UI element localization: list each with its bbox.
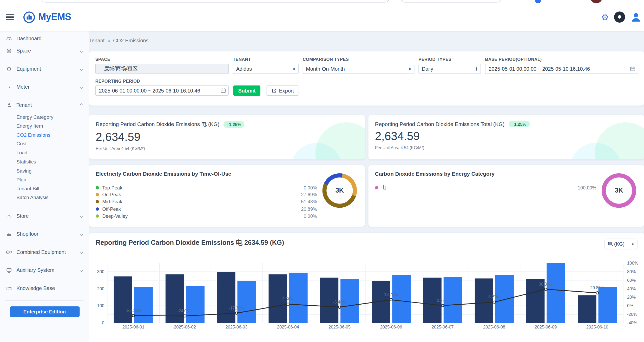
sidebar-item-label: Dashboard [16,36,42,41]
legend-item: Mid-Peak51.43% [96,198,317,205]
chevron-down-icon [80,268,83,272]
hamburger-menu-button[interactable] [6,14,14,20]
y-axis-label: 300 [97,269,104,274]
export-button[interactable]: Export [267,86,299,96]
comparison-select-value: Month-On-Month [306,66,345,72]
legend-value: 51.43% [301,199,317,204]
bar-series-0 [475,279,493,323]
legend-dot-icon [96,214,99,218]
energy-unit-select[interactable]: 电 (KG) ▲▼ [604,239,637,249]
sidebar-item-label: Auxiliary System [16,267,54,273]
sidebar-item-label: Meter [16,84,29,90]
stat-card-emissions: Reporting Period Carbon Dioxide Emission… [89,115,365,159]
sidebar: DashboardSpace⚙Equipment◔MeterTenantEner… [0,31,89,342]
sidebar-item-combined-equipment[interactable]: ⚙⚙Combined Equipment [0,246,89,258]
sidebar-item-plan[interactable]: Plan [0,176,89,185]
bar-series-0 [268,274,287,323]
select-arrows-icon: ▲▼ [632,242,634,246]
sidebar-item-shopfloor[interactable]: Shopfloor [0,228,89,240]
legend-label: Off-Peak [102,207,121,212]
sidebar-item-label: Shopfloor [16,231,38,237]
gridline-vertical [108,263,108,323]
sidebar-item-statistics[interactable]: Statistics [0,158,89,167]
space-icon [5,48,13,54]
knowledge-base-icon [5,285,13,291]
sidebar-item-tenant-bill[interactable]: Tenant Bill [0,185,89,193]
sidebar-item-energy-item[interactable]: Energy Item [0,122,89,131]
export-icon [272,88,277,93]
brand-logo-icon [23,11,35,23]
sidebar-item-batch-analysis[interactable]: Batch Analysis [0,194,89,202]
sidebar-item-store[interactable]: ⌂Store [0,210,89,222]
bell-icon [617,14,622,20]
y-axis-label: 100% [627,260,638,265]
y-axis-right: 100%80%60%40%20%0%-20%-40% [627,263,643,323]
reporting-period-input[interactable] [95,86,229,96]
breadcrumb-current: CO2 Emissions [113,38,148,43]
sidebar-item-space[interactable]: Space [0,45,89,57]
comparison-types-label: COMPARISON TYPES [303,57,415,62]
period-select-value: Daily [422,66,433,72]
user-avatar-icon[interactable] [630,11,642,23]
auxiliary-system-icon [5,267,13,273]
chart-title: Reporting Period Carbon Dioxide Emission… [96,239,284,247]
comparison-types-select[interactable]: Month-On-Month ▲▼ [303,64,415,74]
top-navbar: MyEMS ⚙ [0,3,644,31]
sidebar-divider [5,300,84,301]
x-axis-label: 2025-06-05 [314,324,365,329]
sidebar-item-knowledge-base[interactable]: Knowledge Base [0,282,89,294]
browser-blue-icon[interactable] [535,0,541,3]
trend-badge: ↑1.25% [224,121,245,128]
gridline-horizontal [108,323,623,323]
reporting-period-label: REPORTING PERIOD [95,78,229,83]
x-axis-label: 2025-06-01 [108,324,159,329]
stat-title: Reporting Period Carbon Dioxide Emission… [375,121,505,127]
breadcrumb-section[interactable]: Tenant [89,38,104,43]
tenant-icon [5,102,13,108]
period-types-select[interactable]: Daily ▲▼ [418,64,481,74]
bar-series-0 [165,274,184,323]
y-axis-label: 40% [627,286,636,291]
reporting-period-chart-card: Reporting Period Carbon Dioxide Emission… [89,233,644,342]
sidebar-item-saving[interactable]: Saving [0,167,89,175]
sidebar-item-meter[interactable]: ◔Meter [0,81,89,93]
sidebar-item-dashboard[interactable]: Dashboard [0,32,89,45]
space-input[interactable] [95,64,229,74]
store-icon: ⌂ [5,213,13,219]
bar-chart-plot: -23.15%-24.03%-17.39%3.56%-3.46%13.70%0.… [108,263,623,323]
shopfloor-icon [5,231,13,237]
gridline-vertical [262,263,263,323]
settings-gear-icon[interactable]: ⚙ [601,13,609,21]
base-period-input[interactable] [485,64,638,74]
legend-value: 100.00% [578,185,596,190]
sidebar-item-tenant[interactable]: Tenant [0,99,89,111]
submit-button[interactable]: Submit [233,86,261,96]
notifications-button[interactable] [614,11,625,23]
sidebar-item-cost[interactable]: Cost [0,140,89,149]
donut-center-label: 3K [326,177,353,204]
brand-logo[interactable]: MyEMS [23,11,71,23]
sidebar-item-auxiliary-system[interactable]: Auxiliary System [0,264,89,276]
sidebar-item-label: Tenant [16,102,32,108]
x-axis-label: 2025-06-03 [211,324,262,329]
enterprise-edition-button[interactable]: Enterprise Edition [10,306,80,317]
sidebar-item-load[interactable]: Load [0,149,89,157]
y-axis-label: 200 [97,286,104,291]
sidebar-item-co2-emissions[interactable]: CO2 Emissions [0,131,89,140]
app-root: MyEMS ⚙ DashboardSpace⚙Equipment◔MeterTe… [0,0,644,342]
browser-searchbar[interactable] [41,0,389,2]
browser-searchbar-secondary[interactable] [400,0,501,2]
x-axis-label: 2025-06-04 [262,324,314,329]
navbar-actions: ⚙ [601,11,640,23]
tenant-select[interactable]: Adidas ▲▼ [233,64,299,74]
bar-series-1 [444,277,462,323]
browser-avatar-icon[interactable] [590,0,602,3]
y-axis-label: 0% [627,303,633,308]
sidebar-item-energy-category[interactable]: Energy Category [0,113,89,122]
bar-series-1 [392,275,411,323]
y-axis-label: -40% [627,320,637,325]
sidebar-submenu: Energy CategoryEnergy ItemCO2 EmissionsC… [0,113,89,202]
legend-label: 电 [382,185,386,191]
bar-series-0 [526,279,545,323]
sidebar-item-equipment[interactable]: ⚙Equipment [0,63,89,75]
